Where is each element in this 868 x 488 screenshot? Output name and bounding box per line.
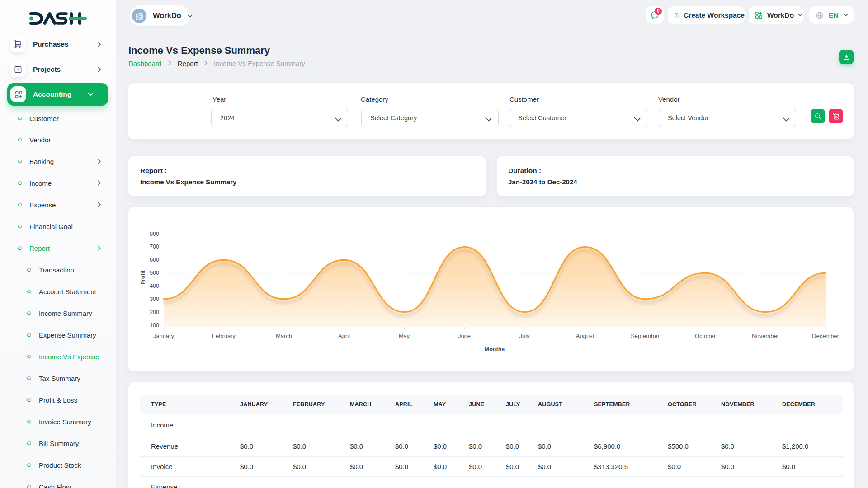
svg-text:January: January xyxy=(153,333,175,339)
svg-text:July: July xyxy=(519,333,530,339)
svg-text:600: 600 xyxy=(150,257,159,263)
svg-text:November: November xyxy=(752,333,779,339)
svg-text:Profit: Profit xyxy=(140,270,146,284)
svg-text:October: October xyxy=(695,333,716,339)
svg-text:August: August xyxy=(576,333,594,339)
svg-text:December: December xyxy=(812,333,840,339)
svg-text:700: 700 xyxy=(150,244,159,250)
svg-text:February: February xyxy=(212,333,236,339)
svg-text:300: 300 xyxy=(150,296,159,302)
svg-text:100: 100 xyxy=(150,322,159,328)
svg-text:May: May xyxy=(399,333,410,339)
svg-text:September: September xyxy=(631,333,660,339)
svg-text:200: 200 xyxy=(150,309,159,315)
svg-text:400: 400 xyxy=(150,283,159,289)
svg-text:April: April xyxy=(338,333,350,339)
svg-text:800: 800 xyxy=(150,231,159,237)
svg-text:Months: Months xyxy=(485,346,505,352)
svg-text:June: June xyxy=(458,333,471,339)
svg-text:March: March xyxy=(276,333,292,339)
svg-text:500: 500 xyxy=(150,270,159,276)
